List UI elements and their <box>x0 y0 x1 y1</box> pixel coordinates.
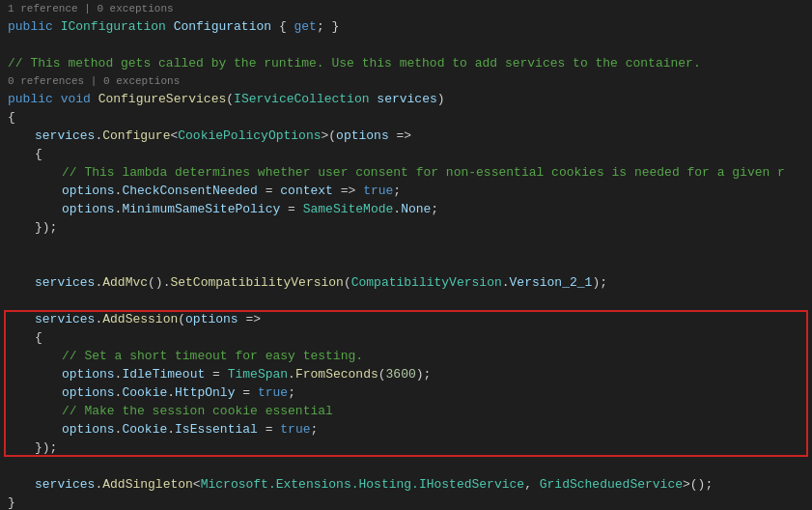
code-line: options.Cookie.IsEssential = true; <box>0 420 812 439</box>
code-line-empty <box>0 237 812 255</box>
ref-info-1: 1 reference | 0 exceptions <box>0 0 812 17</box>
code-line: options.Cookie.HttpOnly = true; <box>0 383 812 402</box>
code-line: services.Configure<CookiePolicyOptions>(… <box>0 127 812 145</box>
code-line-empty <box>0 255 812 273</box>
code-line: options.IdleTimeout = TimeSpan.FromSecon… <box>0 365 812 383</box>
code-line: // This lambda determines whether user c… <box>0 163 812 182</box>
code-line: { <box>0 328 812 347</box>
code-line: // Make the session cookie essential <box>0 402 812 420</box>
code-line: } <box>0 494 812 510</box>
code-line: services.AddSession(options => <box>0 310 812 328</box>
code-line: // Set a short timeout for easy testing. <box>0 347 812 365</box>
code-line: public IConfiguration Configuration { ge… <box>0 17 812 36</box>
code-line-empty <box>0 457 812 475</box>
code-line: }); <box>0 218 812 237</box>
code-line: options.CheckConsentNeeded = context => … <box>0 182 812 200</box>
code-line: options.MinimumSameSitePolicy = SameSite… <box>0 200 812 218</box>
code-line: services.AddMvc().SetCompatibilityVersio… <box>0 273 812 292</box>
code-line-empty <box>0 292 812 310</box>
code-line: { <box>0 108 812 127</box>
code-line-comment: // This method gets called by the runtim… <box>0 54 812 72</box>
code-line: }); <box>0 439 812 457</box>
code-line: services.AddSingleton<Microsoft.Extensio… <box>0 475 812 494</box>
code-line-empty <box>0 36 812 54</box>
highlighted-section: services.AddSession(options => { // Set … <box>0 310 812 457</box>
ref-info-2: 0 references | 0 exceptions <box>0 72 812 90</box>
code-line: { <box>0 145 812 163</box>
code-line: public void ConfigureServices(IServiceCo… <box>0 90 812 108</box>
code-editor: 1 reference | 0 exceptions public IConfi… <box>0 0 812 510</box>
